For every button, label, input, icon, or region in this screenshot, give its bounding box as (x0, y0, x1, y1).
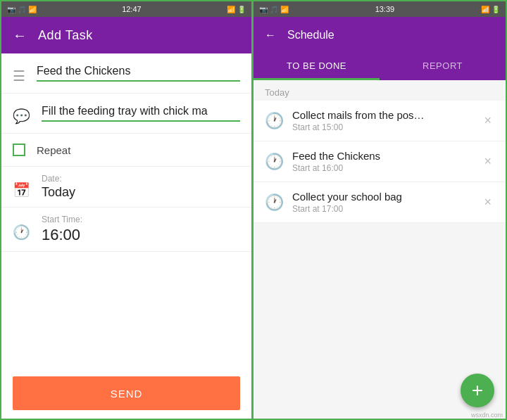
left-header: ← Add Task (1, 17, 251, 53)
task-close-2[interactable]: × (481, 151, 494, 172)
send-btn-wrapper: SEND (1, 365, 251, 420)
task-title-3: Collect your school bag (292, 191, 472, 203)
task-name-field: ☰ (1, 53, 251, 94)
fab-add-button[interactable]: + (461, 374, 494, 407)
date-label: Date: (42, 174, 240, 184)
right-header: ← Schedule (254, 17, 506, 53)
watermark: wsxdn.com (471, 412, 503, 419)
tab-to-be-done[interactable]: TO BE DONE (254, 53, 380, 80)
task-close-3[interactable]: × (481, 192, 494, 212)
repeat-row: Repeat (1, 134, 251, 167)
task-info-3: Collect your school bag Start at 17:00 (292, 191, 472, 214)
task-clock-icon-1: 🕐 (265, 112, 284, 130)
task-description-field: 💬 (1, 94, 251, 134)
calendar-icon: 📅 (13, 182, 30, 198)
right-status-icons-right: 📶 🔋 (481, 6, 500, 13)
left-status-bar: 📷 🎵 📶 12:47 📶 🔋 (1, 1, 251, 17)
time-content: Start Time: 16:00 (42, 215, 240, 244)
date-value: Today (42, 185, 240, 200)
task-description-input[interactable] (42, 102, 240, 122)
right-panel: 📷 🎵 📶 13:39 📶 🔋 ← Schedule TO BE DONE RE… (254, 1, 506, 420)
right-clock: 13:39 (375, 5, 395, 13)
task-description-icon: 💬 (13, 108, 30, 125)
task-list-area: Today 🕐 Collect mails from the pos… Star… (254, 80, 506, 420)
left-header-title: Add Task (38, 28, 93, 43)
repeat-label: Repeat (37, 144, 70, 156)
task-close-1[interactable]: × (481, 110, 494, 131)
right-status-bar: 📷 🎵 📶 13:39 📶 🔋 (254, 1, 506, 17)
task-name-input[interactable] (37, 62, 240, 82)
task-info-1: Collect mails from the pos… Start at 15:… (292, 109, 472, 132)
task-item: 🕐 Collect mails from the pos… Start at 1… (254, 101, 506, 141)
task-description-content (42, 102, 240, 122)
left-status-icons-left: 📷 🎵 📶 (7, 6, 37, 13)
clock-icon: 🕐 (13, 224, 30, 241)
task-name-content (37, 62, 240, 82)
date-content: Date: Today (42, 174, 240, 200)
task-time-1: Start at 15:00 (292, 122, 472, 132)
task-info-2: Feed the Chickens Start at 16:00 (292, 150, 472, 173)
task-clock-icon-2: 🕐 (265, 153, 284, 171)
repeat-checkbox[interactable] (13, 144, 25, 156)
task-time-2: Start at 16:00 (292, 163, 472, 173)
tab-report[interactable]: REPORT (380, 53, 506, 80)
section-today-label: Today (254, 80, 506, 101)
time-value: 16:00 (42, 226, 240, 244)
add-task-form: ☰ 💬 Repeat 📅 Date: Today 🕐 Star (1, 53, 251, 420)
task-title-1: Collect mails from the pos… (292, 109, 472, 121)
task-item: 🕐 Feed the Chickens Start at 16:00 × (254, 141, 506, 182)
left-status-icons-right: 📶 🔋 (227, 6, 246, 13)
right-status-icons-left: 📷 🎵 📶 (259, 6, 289, 13)
left-panel: 📷 🎵 📶 12:47 📶 🔋 ← Add Task ☰ 💬 Repeat 📅 (1, 1, 254, 420)
send-button[interactable]: SEND (13, 376, 240, 410)
left-back-button[interactable]: ← (13, 27, 27, 44)
time-label: Start Time: (42, 215, 240, 224)
task-time-3: Start at 17:00 (292, 204, 472, 214)
right-panel-inner: Today 🕐 Collect mails from the pos… Star… (254, 80, 506, 420)
task-clock-icon-3: 🕐 (265, 193, 284, 212)
task-item: 🕐 Collect your school bag Start at 17:00… (254, 182, 506, 223)
left-clock: 12:47 (122, 5, 142, 13)
task-title-2: Feed the Chickens (292, 150, 472, 162)
task-name-icon: ☰ (13, 68, 25, 84)
tabs-bar: TO BE DONE REPORT (254, 53, 506, 80)
date-row[interactable]: 📅 Date: Today (1, 167, 251, 208)
right-header-title: Schedule (287, 29, 334, 42)
right-back-button[interactable]: ← (265, 29, 276, 42)
time-row[interactable]: 🕐 Start Time: 16:00 (1, 208, 251, 252)
